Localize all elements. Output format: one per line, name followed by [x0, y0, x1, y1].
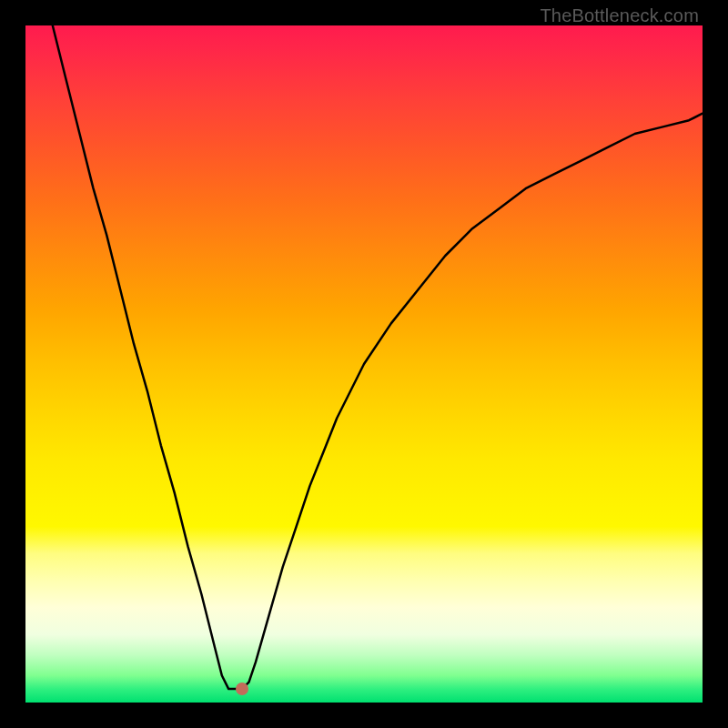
plot-area	[25, 25, 703, 703]
bottleneck-curve	[25, 25, 703, 703]
chart-container: TheBottleneck.com	[0, 0, 728, 728]
watermark-text: TheBottleneck.com	[540, 5, 699, 26]
optimal-point-marker	[236, 682, 248, 695]
